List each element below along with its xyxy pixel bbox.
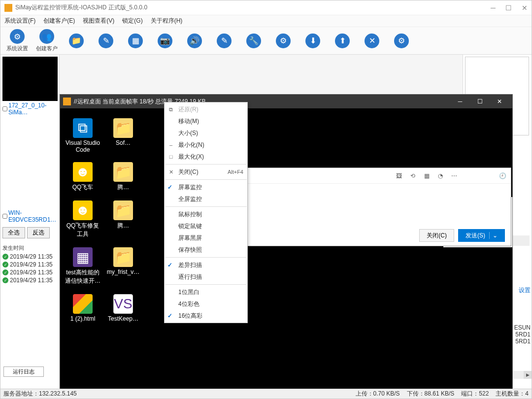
check-icon: ✓ (167, 184, 172, 191)
child-titlebar[interactable]: //远程桌面 当前桌面帧率 18/秒 总流量 7249.19 KB ─ ☐ ✕ (60, 95, 512, 108)
remote-desktop-view[interactable]: ⧉Visual Studio Code📁Sof…☻QQ飞车📁腾…☻QQ飞车修复工… (60, 108, 512, 389)
desktop-icon[interactable]: ⧉Visual Studio Code (64, 118, 101, 153)
child-maximize-button[interactable]: ☐ (470, 95, 490, 108)
child-title: //远程桌面 当前桌面帧率 18/秒 总流量 7249.19 KB (74, 98, 450, 106)
tool-10[interactable]: ⚙ (269, 33, 297, 48)
app-icon: ▦ (73, 247, 93, 267)
desktop-icon[interactable]: VSTestKeep… (104, 294, 142, 322)
client-thumb-2[interactable] (2, 120, 58, 208)
tool-4[interactable]: ✎ (92, 33, 120, 48)
app-icon (4, 4, 12, 12)
desktop-icon[interactable]: 📁Sof… (104, 118, 142, 153)
menubar: 系统设置(F) 创建客户(E) 视图查看(V) 锁定(G) 关于程序(H) (0, 15, 532, 27)
left-panel: 172_27_0_10-SiMa… WIN-E9DVCE35RD1… 全选 反选… (0, 55, 60, 389)
dialog-close-button[interactable]: 关闭(C) (419, 229, 454, 242)
menu-4bit-color[interactable]: 4位彩色 (165, 298, 247, 310)
tool-3[interactable]: 📁 (63, 33, 90, 48)
menu-restore: ⧉还原(R) (165, 103, 247, 115)
select-all-button[interactable]: 全选 (2, 227, 25, 238)
tool-9[interactable]: 🔧 (240, 33, 267, 48)
scroll-right-arrow[interactable]: ▶ (524, 371, 532, 379)
status-download: 下传：88.61 KB/S (407, 390, 455, 398)
menu-line-scan[interactable]: 逐行扫描 (165, 271, 247, 283)
desktop-icon[interactable]: ☻QQ飞车 (64, 162, 101, 192)
desktop-icon[interactable]: ▦test高性能的通信快速开… (64, 247, 101, 285)
tool-13[interactable]: ✕ (358, 33, 386, 48)
grid-icon[interactable]: ▦ (422, 171, 431, 180)
app-icon: 📁 (113, 200, 133, 220)
menu-save-snapshot[interactable]: 保存快照 (165, 244, 247, 256)
desktop-icon[interactable]: 1 (2).html (64, 294, 101, 322)
menu-close[interactable]: ✕关闭(C)Alt+F4 (165, 166, 247, 178)
menu-1bit-bw[interactable]: 1位黑白 (165, 286, 247, 298)
events-header: 发生时间 (2, 243, 57, 253)
menu-view[interactable]: 视图查看(V) (83, 17, 114, 25)
tool-8[interactable]: ✎ (210, 33, 238, 48)
menu-create[interactable]: 创建客户(E) (43, 17, 75, 25)
menu-diff-scan[interactable]: ✓差异扫描 (165, 259, 247, 271)
menu-black-screen[interactable]: 屏幕黑屏 (165, 232, 247, 244)
tool-system-settings[interactable]: ⚙ 系统设置 (3, 29, 31, 52)
view-icon[interactable]: 🖼 (395, 171, 403, 180)
menu-about[interactable]: 关于程序(H) (151, 17, 183, 25)
maximize-button[interactable]: ☐ (505, 4, 512, 12)
menu-lock[interactable]: 锁定(G) (122, 17, 142, 25)
toolbar: ⚙ 系统设置 👥 创建客户 📁 ✎ ▦ 📷 🔊 ✎ 🔧 ⚙ ⬇ ⬆ ✕ ⚙ (0, 27, 532, 55)
menu-screen-monitor[interactable]: ✓屏幕监控 (165, 181, 247, 193)
success-icon: ✓ (2, 254, 8, 260)
minimize-button[interactable]: ─ (491, 4, 496, 12)
child-minimize-button[interactable]: ─ (450, 95, 470, 108)
app-icon: 📁 (113, 162, 133, 182)
app-icon: ☻ (73, 200, 93, 220)
menu-mouse-ctrl[interactable]: 鼠标控制 (165, 208, 247, 220)
desktop-icon[interactable]: 📁腾… (104, 162, 142, 192)
menu-16bit-color[interactable]: ✓16位高彩 (165, 310, 247, 322)
desktop-icon[interactable]: ☻QQ飞车修复工具 (64, 200, 101, 238)
app-icon: ☻ (73, 162, 93, 182)
menu-maximize[interactable]: □最大化(X) (165, 151, 247, 163)
log-tab[interactable]: 运行日志 (3, 366, 44, 377)
menu-size[interactable]: 大小(S) (165, 127, 247, 139)
more-icon[interactable]: ⋯ (450, 171, 459, 180)
client-caption-2[interactable]: WIN-E9DVCE35RD1… (2, 209, 57, 223)
desktop-icon[interactable]: 📁my_frist_v… (104, 247, 142, 285)
tool-14[interactable]: ⚙ (388, 33, 415, 48)
menu-full-monitor[interactable]: 全屏监控 (165, 193, 247, 205)
status-hosts: 主机数量：4 (496, 390, 529, 398)
check-icon: ✓ (167, 262, 172, 268)
status-server: 服务器地址：132.232.5.145 (3, 390, 77, 398)
client-checkbox-1[interactable] (2, 106, 7, 111)
app-icon: VS (113, 294, 133, 314)
tool-5[interactable]: ▦ (122, 33, 149, 48)
tool-11[interactable]: ⬇ (299, 33, 327, 48)
app-icon: 📁 (113, 247, 133, 267)
client-caption-1[interactable]: 172_27_0_10-SiMa… (2, 102, 57, 116)
rotate-icon[interactable]: ⟲ (408, 171, 417, 180)
success-icon: ✓ (2, 262, 8, 267)
child-close-button[interactable]: ✕ (490, 95, 509, 108)
close-icon: ✕ (167, 169, 174, 175)
main-titlebar: SiMay远程监控管理系统-IOASJHD 正式版_5.0.0.0 ─ ☐ ✕ (0, 0, 532, 15)
menu-move[interactable]: 移动(M) (165, 115, 247, 127)
clock-icon[interactable]: ◔ (436, 171, 445, 180)
window-system-menu: ⧉还原(R) 移动(M) 大小(S) –最小化(N) □最大化(X) ✕关闭(C… (164, 102, 248, 323)
tool-12[interactable]: ⬆ (329, 33, 356, 48)
tool-7[interactable]: 🔊 (181, 33, 208, 48)
client-checkbox-2[interactable] (2, 214, 7, 219)
dialog-send-button[interactable]: 发送(S)⌄ (458, 229, 505, 242)
invert-select-button[interactable]: 反选 (27, 227, 50, 238)
chevron-down-icon[interactable]: ⌄ (489, 232, 498, 239)
menu-minimize[interactable]: –最小化(N) (165, 139, 247, 151)
history-icon[interactable]: 🕘 (498, 171, 507, 180)
check-icon: ✓ (167, 312, 172, 319)
menu-system[interactable]: 系统设置(F) (4, 17, 35, 25)
close-button[interactable]: ✕ (522, 4, 528, 12)
client-thumb-1[interactable] (2, 57, 58, 101)
gear-icon: ⚙ (10, 29, 25, 44)
tool-6[interactable]: 📷 (151, 33, 179, 48)
maximize-icon: □ (167, 154, 174, 160)
event-row: ✓2019/4/29 11:35 (2, 276, 57, 284)
tool-create-client[interactable]: 👥 创建客户 (33, 29, 61, 52)
menu-lock-mk[interactable]: 锁定鼠键 (165, 220, 247, 232)
desktop-icon[interactable]: 📁腾… (104, 200, 142, 238)
